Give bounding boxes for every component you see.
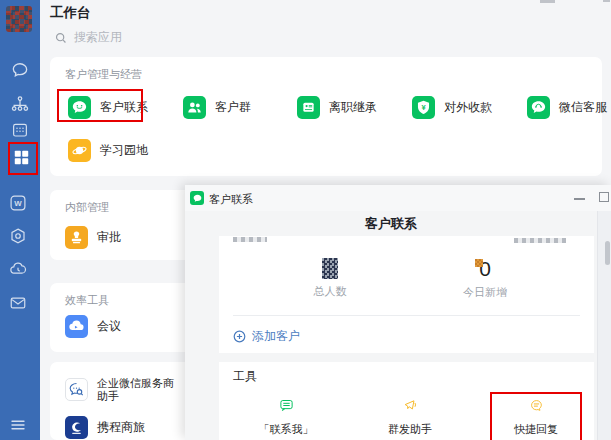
stats-card: 总人数 0 今日新增 添加客户: [219, 236, 594, 353]
app-label: 离职继承: [329, 99, 377, 116]
app-ctrip-business[interactable]: 携程商旅: [65, 416, 145, 439]
minimize-button[interactable]: [574, 198, 585, 200]
learning-icon: [68, 139, 91, 162]
window-control-fragment[interactable]: [540, 0, 555, 3]
mail-icon[interactable]: [9, 294, 27, 312]
apps-hex-icon[interactable]: [9, 227, 27, 245]
clouddisk-icon[interactable]: [9, 260, 27, 278]
approval-icon: [65, 226, 88, 249]
workbench-icon[interactable]: [12, 148, 31, 167]
app-wechat-service[interactable]: 微信客服: [527, 96, 607, 119]
meeting-icon: [65, 315, 88, 338]
tool-label: 群发助手: [360, 422, 460, 437]
tool-group-send[interactable]: 群发助手: [360, 398, 460, 437]
quick-reply-icon: [529, 398, 544, 413]
section-label: 内部管理: [65, 200, 109, 215]
app-external-payment[interactable]: ¥ 对外收款: [412, 96, 492, 119]
customer-contact-icon: [68, 96, 91, 119]
contacts-icon[interactable]: [10, 94, 30, 114]
resign-inherit-icon: [297, 96, 320, 119]
contact-me-icon: [279, 398, 294, 413]
service-provider-icon: [65, 378, 88, 401]
dialog-title: 客户联系: [209, 192, 253, 207]
app-customer-group[interactable]: 客户群: [183, 96, 251, 119]
app-approval[interactable]: 审批: [65, 226, 121, 249]
section-label: 客户管理与经营: [65, 67, 142, 82]
stat-label: 今日新增: [435, 285, 535, 300]
search-input[interactable]: 搜索应用: [55, 29, 122, 46]
svg-text:W: W: [14, 199, 22, 208]
app-label: 携程商旅: [97, 419, 145, 436]
scrollbar-thumb[interactable]: [605, 241, 610, 265]
app-learning[interactable]: 学习园地: [68, 139, 148, 162]
menu-icon[interactable]: [9, 416, 27, 434]
censored-stat-value: [322, 258, 338, 279]
dialog-app-icon: [190, 191, 204, 205]
app-label: 客户群: [215, 99, 251, 116]
dialog-scrollbar[interactable]: [597, 211, 611, 440]
sidebar: W: [0, 0, 40, 440]
maximize-button[interactable]: [599, 192, 609, 202]
avatar[interactable]: [6, 6, 32, 32]
window-control-fragment[interactable]: [603, 0, 610, 2]
censor-chip: [475, 259, 483, 267]
group-send-icon: [403, 398, 418, 413]
search-placeholder: 搜索应用: [74, 29, 122, 46]
app-label: 对外收款: [444, 99, 492, 116]
plus-circle-icon: [233, 330, 246, 343]
tool-quick-reply[interactable]: 快捷回复: [486, 398, 586, 437]
search-icon: [55, 32, 67, 44]
page-title: 工作台: [50, 4, 91, 22]
clipped-text-fragment: [514, 238, 566, 243]
divider: [233, 315, 580, 316]
app-label: 微信客服: [559, 99, 607, 116]
add-customer-button[interactable]: 添加客户: [233, 328, 300, 345]
app-resign-inherit[interactable]: 离职继承: [297, 96, 377, 119]
wechat-service-icon: [527, 96, 550, 119]
tool-contact-me[interactable]: 「联系我」: [236, 398, 336, 437]
app-label: 学习园地: [100, 142, 148, 159]
app-label: 审批: [97, 229, 121, 246]
app-customer-contact[interactable]: 客户联系: [68, 96, 148, 119]
tools-title: 工具: [233, 368, 257, 385]
app-label: 客户联系: [100, 99, 148, 116]
tool-label: 快捷回复: [486, 422, 586, 437]
stat-new-today: 0 今日新增: [435, 258, 535, 300]
app-label: 企业微信服务商助手: [97, 377, 183, 403]
dialog-titlebar[interactable]: 客户联系: [185, 185, 611, 211]
add-customer-label: 添加客户: [252, 328, 300, 345]
app-meeting[interactable]: 会议: [65, 315, 121, 338]
stat-label: 总人数: [280, 284, 380, 299]
chats-icon[interactable]: [10, 60, 30, 80]
calendar-icon[interactable]: [11, 121, 29, 139]
tool-label: 「联系我」: [236, 422, 336, 437]
customer-contact-dialog: 客户联系 客户联系 总人数 0 今日新增 添加客户: [185, 185, 611, 440]
app-label: 会议: [97, 318, 121, 335]
section-label: 效率工具: [65, 293, 109, 308]
wecom-window: W 工作台: [0, 0, 611, 440]
customer-group-icon: [183, 96, 206, 119]
external-payment-icon: ¥: [412, 96, 435, 119]
stat-value: 0: [479, 258, 491, 280]
clipped-text-fragment: [233, 237, 267, 242]
tools-card: 工具 「联系我」 群发助手: [219, 362, 594, 440]
app-service-provider-assistant[interactable]: 企业微信服务商助手: [65, 378, 183, 401]
dialog-header: 客户联系: [185, 215, 597, 233]
stat-total: 总人数: [280, 258, 380, 299]
docs-icon[interactable]: W: [9, 194, 27, 212]
ctrip-icon: [65, 416, 88, 439]
